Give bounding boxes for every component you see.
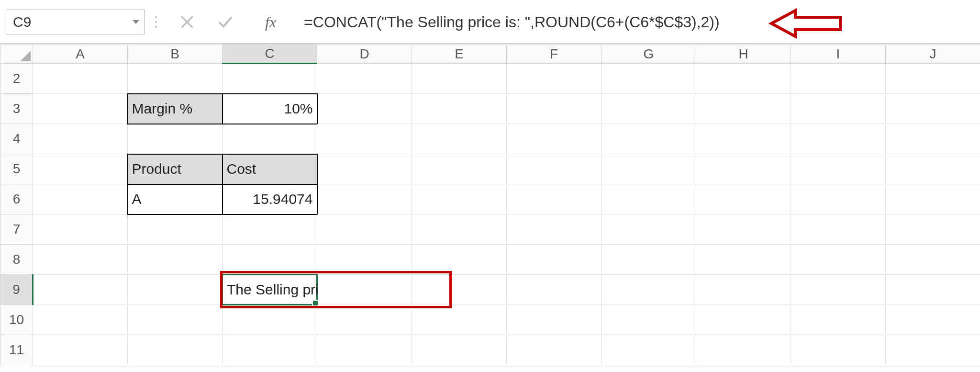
cell-B2[interactable] xyxy=(128,64,223,94)
cell-G7[interactable] xyxy=(601,214,696,245)
cell-G2[interactable] xyxy=(601,64,696,94)
cell-H8[interactable] xyxy=(696,245,791,275)
cell-D7[interactable] xyxy=(317,214,412,245)
cell-C2[interactable] xyxy=(223,64,317,94)
fx-icon[interactable]: fx xyxy=(265,13,276,31)
cell-B10[interactable] xyxy=(128,305,223,335)
cell-E2[interactable] xyxy=(412,64,507,94)
cell-A11[interactable] xyxy=(33,335,128,365)
cell-C8[interactable] xyxy=(223,245,317,275)
cell-I11[interactable] xyxy=(791,335,886,365)
col-header-C[interactable]: C xyxy=(223,45,317,64)
cell-J8[interactable] xyxy=(886,245,980,275)
cell-I3[interactable] xyxy=(791,94,886,124)
row-header-6[interactable]: 6 xyxy=(0,184,33,214)
cell-B4[interactable] xyxy=(128,124,223,154)
cell-C4[interactable] xyxy=(223,124,317,154)
row-header-11[interactable]: 11 xyxy=(0,335,33,365)
cell-B8[interactable] xyxy=(128,245,223,275)
cell-B3[interactable]: Margin % xyxy=(128,94,223,124)
cell-H6[interactable] xyxy=(696,184,791,214)
cell-D3[interactable] xyxy=(317,94,412,124)
cell-E10[interactable] xyxy=(412,305,507,335)
cell-G9[interactable] xyxy=(601,275,696,305)
col-header-A[interactable]: A xyxy=(33,45,128,64)
col-header-J[interactable]: J xyxy=(886,45,980,64)
row-header-9[interactable]: 9 xyxy=(0,275,33,305)
cell-H9[interactable] xyxy=(696,275,791,305)
enter-icon[interactable] xyxy=(217,14,234,30)
row-header-8[interactable]: 8 xyxy=(0,245,33,275)
cell-I10[interactable] xyxy=(791,305,886,335)
cell-E5[interactable] xyxy=(412,154,507,184)
cell-A2[interactable] xyxy=(33,64,128,94)
cell-F5[interactable] xyxy=(507,154,601,184)
cell-J3[interactable] xyxy=(886,94,980,124)
cancel-icon[interactable] xyxy=(179,14,195,30)
cell-G5[interactable] xyxy=(601,154,696,184)
cell-D10[interactable] xyxy=(317,305,412,335)
cell-G10[interactable] xyxy=(601,305,696,335)
cell-F7[interactable] xyxy=(507,214,601,245)
cell-J5[interactable] xyxy=(886,154,980,184)
cell-C6[interactable]: 15.94074 xyxy=(223,184,317,214)
row-header-10[interactable]: 10 xyxy=(0,305,33,335)
cell-A3[interactable] xyxy=(33,94,128,124)
row-header-5[interactable]: 5 xyxy=(0,154,33,184)
cell-J6[interactable] xyxy=(886,184,980,214)
cell-E4[interactable] xyxy=(412,124,507,154)
cell-E8[interactable] xyxy=(412,245,507,275)
cell-F9[interactable] xyxy=(507,275,601,305)
cell-A9[interactable] xyxy=(33,275,128,305)
select-all-corner[interactable] xyxy=(0,45,33,64)
cell-J11[interactable] xyxy=(886,335,980,365)
cell-E3[interactable] xyxy=(412,94,507,124)
cell-H5[interactable] xyxy=(696,154,791,184)
col-header-B[interactable]: B xyxy=(128,45,223,64)
col-header-G[interactable]: G xyxy=(601,45,696,64)
cell-C11[interactable] xyxy=(223,335,317,365)
cell-C7[interactable] xyxy=(223,214,317,245)
cell-D9[interactable] xyxy=(317,275,412,305)
cell-B9[interactable] xyxy=(128,275,223,305)
cell-F4[interactable] xyxy=(507,124,601,154)
col-header-D[interactable]: D xyxy=(317,45,412,64)
cell-A6[interactable] xyxy=(33,184,128,214)
cell-B11[interactable] xyxy=(128,335,223,365)
cell-A7[interactable] xyxy=(33,214,128,245)
cell-B5[interactable]: Product xyxy=(128,154,223,184)
row-header-2[interactable]: 2 xyxy=(0,64,33,94)
cell-J10[interactable] xyxy=(886,305,980,335)
cell-E7[interactable] xyxy=(412,214,507,245)
cell-E11[interactable] xyxy=(412,335,507,365)
row-header-3[interactable]: 3 xyxy=(0,94,33,124)
cell-I7[interactable] xyxy=(791,214,886,245)
cell-G3[interactable] xyxy=(601,94,696,124)
cell-A4[interactable] xyxy=(33,124,128,154)
cell-D11[interactable] xyxy=(317,335,412,365)
cell-D8[interactable] xyxy=(317,245,412,275)
cell-H3[interactable] xyxy=(696,94,791,124)
name-box[interactable]: C9 xyxy=(6,10,145,34)
cell-H11[interactable] xyxy=(696,335,791,365)
cell-D4[interactable] xyxy=(317,124,412,154)
cell-F6[interactable] xyxy=(507,184,601,214)
spreadsheet-grid[interactable]: A B C D E F G H I J 2 3 Margin % 10% xyxy=(0,44,980,365)
cell-I6[interactable] xyxy=(791,184,886,214)
cell-F11[interactable] xyxy=(507,335,601,365)
cell-H2[interactable] xyxy=(696,64,791,94)
cell-I5[interactable] xyxy=(791,154,886,184)
cell-H4[interactable] xyxy=(696,124,791,154)
cell-J2[interactable] xyxy=(886,64,980,94)
cell-C10[interactable] xyxy=(223,305,317,335)
cell-F2[interactable] xyxy=(507,64,601,94)
cell-E6[interactable] xyxy=(412,184,507,214)
row-header-4[interactable]: 4 xyxy=(0,124,33,154)
cell-G11[interactable] xyxy=(601,335,696,365)
cell-G4[interactable] xyxy=(601,124,696,154)
row-header-7[interactable]: 7 xyxy=(0,214,33,245)
cell-D6[interactable] xyxy=(317,184,412,214)
cell-A10[interactable] xyxy=(33,305,128,335)
cell-F10[interactable] xyxy=(507,305,601,335)
cell-C3[interactable]: 10% xyxy=(223,94,317,124)
